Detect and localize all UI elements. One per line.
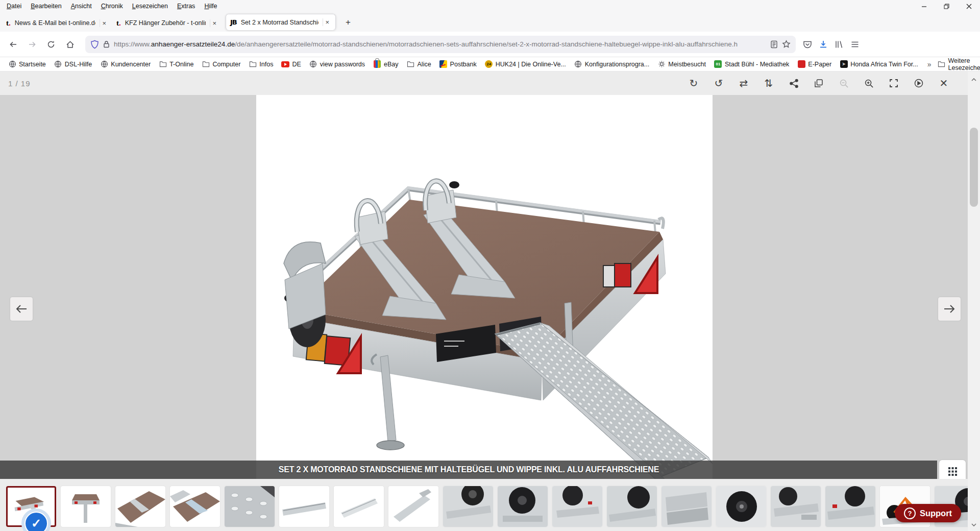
thumbnail-12[interactable] — [607, 486, 657, 527]
hamburger-menu-icon[interactable] — [850, 40, 860, 49]
thumbnail-10[interactable] — [498, 486, 548, 527]
scroll-up-icon[interactable] — [968, 75, 980, 85]
thumbnail-8[interactable] — [388, 486, 438, 527]
reader-mode-icon[interactable] — [770, 40, 778, 49]
menu-ansicht[interactable]: Ansicht — [67, 1, 95, 11]
downloads-icon[interactable] — [819, 40, 828, 49]
window-controls — [913, 0, 980, 12]
bookmark-view-passwords[interactable]: view passwords — [306, 59, 368, 69]
menu-extras[interactable]: Extras — [174, 1, 199, 11]
bookmark-folder-infos[interactable]: Infos — [246, 59, 276, 69]
tab-close-icon[interactable]: × — [100, 19, 108, 27]
bookmark-weitere-lesezeichen[interactable]: Weitere Lesezeichen — [938, 57, 980, 71]
library-icon[interactable] — [835, 40, 844, 49]
bookmark-startseite[interactable]: Startseite — [5, 59, 49, 69]
thumbnail-2[interactable] — [61, 486, 111, 527]
restore-icon[interactable] — [935, 0, 958, 12]
close-window-icon[interactable] — [958, 0, 980, 12]
bookmark-label: Postbank — [450, 61, 477, 68]
scroll-down-icon[interactable] — [968, 520, 980, 530]
bookmark-label: Infos — [259, 61, 273, 68]
rotate-left-icon[interactable]: ↺ — [713, 78, 724, 89]
menu-hilfe[interactable]: Hilfe — [201, 1, 220, 11]
previous-image-button[interactable] — [10, 297, 33, 321]
slideshow-play-icon[interactable] — [913, 78, 924, 89]
tab-close-icon[interactable]: × — [210, 19, 218, 27]
bookmark-label: T-Online — [169, 61, 193, 68]
bookmark-e-paper[interactable]: E-Paper — [794, 59, 835, 69]
tracking-shield-icon[interactable] — [90, 40, 99, 49]
back-icon[interactable] — [5, 36, 21, 53]
globe-icon — [574, 60, 582, 68]
thumbnail-strip — [0, 479, 968, 531]
forward-icon[interactable] — [24, 36, 40, 53]
zoom-out-icon[interactable] — [838, 78, 849, 89]
tab-news-t-online[interactable]: t. News & E-Mail bei t-online.de × — [2, 14, 112, 32]
thumbnail-5[interactable] — [225, 486, 275, 527]
new-tab-button[interactable]: + — [341, 15, 355, 30]
thumbnail-4[interactable] — [170, 486, 220, 527]
bookmark-konfigurationsprogramm[interactable]: Konfigurationsprogra... — [571, 59, 652, 69]
tab-kfz-haenger[interactable]: t. KFZ Hänger Zubehör - t-online × — [112, 14, 223, 32]
navigation-bar: https://www.anhaenger-ersatzteile24.de/d… — [0, 32, 980, 57]
thumbnail-16[interactable] — [825, 486, 875, 527]
thumbnail-7[interactable] — [334, 486, 384, 527]
page-scrollbar-thumb[interactable] — [970, 128, 978, 207]
bookmark-label: Computer — [212, 61, 240, 68]
thumbnail-6[interactable] — [279, 486, 329, 527]
flip-vertical-icon[interactable]: ⇅ — [763, 78, 774, 89]
bookmark-huk24[interactable]: 24 HUK24 | Die Online-Ve... — [482, 59, 569, 69]
caption-bar: SET 2 X MOTORRAD STANDSCHIENE MIT HALTEB… — [0, 461, 937, 479]
thumbnail-11[interactable] — [552, 486, 602, 527]
menu-bearbeiten[interactable]: Bearbeiten — [27, 1, 65, 11]
menu-chronik[interactable]: Chronik — [97, 1, 127, 11]
bookmark-kundencenter[interactable]: Kundencenter — [97, 59, 154, 69]
flip-horizontal-icon[interactable]: ⇄ — [738, 78, 749, 89]
bookmark-folder-alice[interactable]: Alice — [404, 59, 434, 69]
support-button[interactable]: ? Support — [895, 504, 961, 522]
next-image-button[interactable] — [938, 297, 961, 321]
bookmark-label: E-Paper — [808, 61, 831, 68]
home-icon[interactable] — [62, 36, 78, 53]
menu-datei[interactable]: Datei — [3, 1, 25, 11]
product-image[interactable] — [256, 95, 713, 479]
zoom-in-icon[interactable] — [863, 78, 874, 89]
bookmark-star-icon[interactable] — [782, 40, 791, 49]
bookmarks-overflow-chevron[interactable]: » — [923, 60, 936, 68]
pocket-icon[interactable] — [803, 40, 812, 49]
url-text: https://www.anhaenger-ersatzteile24.de/d… — [114, 40, 766, 48]
tab-close-icon[interactable]: × — [323, 18, 331, 26]
thumbnail-9[interactable] — [443, 486, 493, 527]
tab-set-motorrad-standschiene[interactable]: JB Set 2 x Motorrad Standschiene × — [226, 14, 336, 30]
minimize-icon[interactable] — [913, 0, 935, 12]
bookmark-meistbesucht[interactable]: Meistbesucht — [654, 59, 709, 69]
rotate-right-icon[interactable]: ↻ — [688, 78, 699, 89]
share-icon[interactable] — [788, 78, 799, 89]
honda-forum-icon: ➤ — [840, 60, 848, 68]
thumbnail-3[interactable] — [115, 486, 165, 527]
bookmark-ebay[interactable]: eBay — [370, 59, 402, 69]
bookmark-youtube-de[interactable]: DE — [278, 59, 304, 69]
tab-title: KFZ Hänger Zubehör - t-online — [125, 19, 206, 27]
bookmark-dsl-hilfe[interactable]: DSL-Hilfe — [51, 59, 95, 69]
bookmark-folder-t-online[interactable]: T-Online — [156, 59, 197, 69]
image-caption: SET 2 X MOTORRAD STANDSCHIENE MIT HALTEB… — [278, 465, 658, 475]
url-bar[interactable]: https://www.anhaenger-ersatzteile24.de/d… — [85, 36, 796, 53]
t-online-icon: t. — [6, 19, 11, 27]
thumbnail-15[interactable] — [771, 486, 821, 527]
close-viewer-icon[interactable]: ✕ — [938, 78, 949, 89]
reload-icon[interactable] — [43, 36, 59, 53]
bookmark-postbank[interactable]: Postbank — [436, 59, 480, 69]
fullscreen-icon[interactable] — [888, 78, 899, 89]
lock-icon[interactable] — [103, 40, 110, 48]
bookmark-stadt-buehl[interactable]: 01 Stadt Bühl - Mediathek — [711, 59, 792, 69]
menu-lesezeichen[interactable]: Lesezeichen — [129, 1, 172, 11]
thumbnail-13[interactable] — [662, 486, 712, 527]
postbank-icon — [439, 60, 448, 68]
bookmark-folder-computer[interactable]: Computer — [199, 59, 243, 69]
bookmark-label: Honda Africa Twin For... — [850, 61, 918, 68]
thumbnail-14[interactable] — [716, 486, 766, 527]
bookmark-honda-forum[interactable]: ➤ Honda Africa Twin For... — [837, 59, 921, 69]
copy-icon[interactable] — [813, 78, 824, 89]
image-counter: 1 / 19 — [0, 79, 31, 88]
